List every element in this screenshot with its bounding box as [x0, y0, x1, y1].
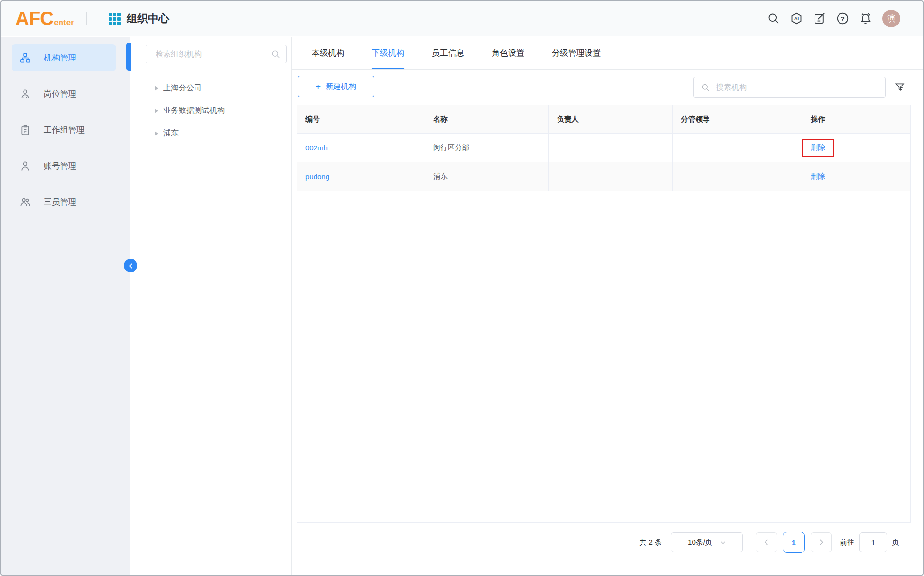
pagination-bar: 共 2 条 10条/页 1 前往 页: [639, 532, 899, 553]
app-window: AFC enter 组织中心 AI ? 演: [0, 0, 924, 576]
sidebar-item-org-management[interactable]: 机构管理: [12, 44, 116, 71]
panel-active-indicator: [126, 43, 131, 71]
tree-node-label: 上海分公司: [163, 83, 202, 93]
column-header-code: 编号: [297, 105, 425, 133]
plus-icon: +: [316, 82, 321, 91]
svg-text:AI: AI: [794, 16, 799, 21]
header-icon-group: AI ? 演: [767, 1, 900, 36]
org-chart-icon: [20, 52, 31, 63]
sidebar-item-three-admin-management[interactable]: 三员管理: [12, 188, 116, 215]
caret-right-icon[interactable]: [155, 109, 158, 113]
sidebar-item-label: 机构管理: [44, 52, 76, 63]
svg-text:?: ?: [840, 15, 844, 23]
table-row: pudong 浦东 删除: [297, 162, 910, 191]
org-name-cell: 闵行区分部: [425, 134, 549, 162]
org-name-cell: 浦东: [425, 162, 549, 191]
sidebar-item-label: 岗位管理: [44, 88, 76, 99]
app-grid-icon: [109, 13, 121, 25]
delete-link[interactable]: 删除: [811, 172, 825, 181]
sub-org-table: 编号 名称 负责人 分管领导 操作 002mh 闵行区分部 删除 pudong: [297, 105, 911, 523]
org-code-link[interactable]: 002mh: [305, 144, 328, 152]
sidebar-item-label: 三员管理: [44, 196, 76, 208]
new-org-button[interactable]: + 新建机构: [298, 76, 374, 97]
tree-search-box: [146, 45, 287, 63]
tab-label: 下级机构: [372, 48, 404, 59]
tab-label: 本级机构: [312, 48, 344, 59]
column-header-leader: 分管领导: [673, 105, 802, 133]
chevron-left-icon: [763, 539, 770, 546]
page-unit-label: 页: [892, 538, 899, 547]
tab-bar: 本级机构 下级机构 员工信息 角色设置 分级管理设置: [292, 37, 923, 70]
column-header-actions: 操作: [802, 105, 910, 133]
tab-label: 员工信息: [432, 48, 464, 59]
org-owner-cell: [549, 162, 673, 191]
delete-link-highlight-box: 删除: [802, 139, 834, 157]
chevron-left-icon: [128, 263, 134, 269]
filter-funnel-icon[interactable]: [894, 82, 905, 93]
chevron-down-icon: [720, 539, 726, 546]
page-number-button[interactable]: 1: [783, 532, 805, 553]
clipboard-icon: [20, 124, 31, 135]
org-search-box: [693, 77, 886, 98]
table-header-row: 编号 名称 负责人 分管领导 操作: [297, 105, 910, 134]
sidebar-item-post-management[interactable]: 岗位管理: [12, 80, 116, 107]
tab-employee-info[interactable]: 员工信息: [432, 37, 464, 69]
page-size-value: 10条/页: [688, 538, 712, 547]
caret-right-icon[interactable]: [155, 131, 158, 136]
goto-page-input[interactable]: [859, 532, 887, 552]
tree-node-shanghai-branch[interactable]: 上海分公司: [130, 77, 291, 99]
afc-logo: AFC enter: [15, 7, 74, 30]
tree-node-label: 浦东: [163, 128, 179, 138]
person-badge-icon: [20, 88, 31, 99]
sidebar-item-account-management[interactable]: 账号管理: [12, 152, 116, 179]
caret-right-icon[interactable]: [155, 86, 158, 91]
column-header-name: 名称: [425, 105, 549, 133]
org-tree-panel: 上海分公司 业务数据测试机构 浦东: [130, 37, 292, 575]
page-size-select[interactable]: 10条/页: [671, 532, 743, 552]
search-icon: [701, 83, 710, 92]
tree-node-pudong[interactable]: 浦东: [130, 122, 291, 145]
delete-link[interactable]: 删除: [811, 143, 825, 152]
tab-current-org[interactable]: 本级机构: [312, 37, 344, 69]
chevron-right-icon: [818, 539, 825, 546]
org-owner-cell: [549, 134, 673, 162]
org-tree: 上海分公司 业务数据测试机构 浦东: [130, 77, 291, 145]
logo-text-main: AFC: [15, 7, 53, 30]
column-header-owner: 负责人: [549, 105, 673, 133]
tab-sub-org[interactable]: 下级机构: [372, 37, 404, 69]
search-icon: [271, 49, 280, 59]
logo-text-sub: enter: [54, 18, 74, 27]
org-leader-cell: [673, 162, 802, 191]
tab-role-settings[interactable]: 角色设置: [492, 37, 524, 69]
main-content: 本级机构 下级机构 员工信息 角色设置 分级管理设置 + 新建机构 编号 名称 …: [292, 37, 923, 575]
tree-search-input[interactable]: [146, 45, 286, 63]
org-leader-cell: [673, 134, 802, 162]
edit-note-icon[interactable]: [813, 12, 826, 25]
next-page-button[interactable]: [811, 532, 832, 552]
page-title: 组织中心: [127, 1, 169, 36]
person-icon: [20, 160, 31, 172]
sidebar-nav: 机构管理 岗位管理 工作组管理 账号管理 三员管理: [1, 37, 130, 575]
pagination-total: 共 2 条: [639, 538, 662, 547]
people-group-icon: [20, 196, 31, 208]
help-icon[interactable]: ?: [836, 12, 849, 25]
sidebar-item-label: 工作组管理: [44, 124, 85, 135]
org-search-input[interactable]: [715, 83, 878, 92]
top-header: AFC enter 组织中心 AI ? 演: [1, 1, 923, 36]
tab-hierarchy-settings[interactable]: 分级管理设置: [552, 37, 601, 69]
sidebar-collapse-button[interactable]: [124, 259, 137, 272]
sidebar-item-workgroup-management[interactable]: 工作组管理: [12, 116, 116, 143]
goto-label: 前往: [840, 538, 854, 547]
prev-page-button[interactable]: [756, 532, 777, 552]
search-icon[interactable]: [767, 12, 780, 25]
header-divider: [86, 12, 87, 25]
org-code-link[interactable]: pudong: [305, 172, 329, 181]
user-avatar[interactable]: 演: [882, 10, 900, 27]
new-org-button-label: 新建机构: [326, 82, 356, 92]
tree-node-business-test-org[interactable]: 业务数据测试机构: [130, 99, 291, 122]
tab-label: 角色设置: [492, 48, 524, 59]
tab-label: 分级管理设置: [552, 48, 601, 59]
notification-bell-icon[interactable]: [859, 12, 872, 25]
ai-assistant-icon[interactable]: AI: [790, 12, 803, 25]
sidebar-item-label: 账号管理: [44, 160, 76, 172]
